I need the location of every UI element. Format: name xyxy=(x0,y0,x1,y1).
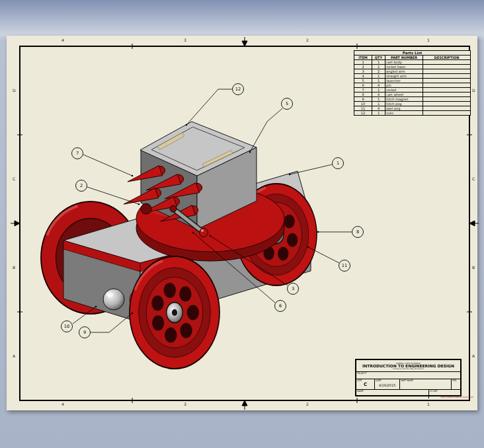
title-block-header: HOWELL HIGH SCHOOLS INTRODUCTION TO ENGI… xyxy=(356,360,460,372)
parts-list-cell: launcher xyxy=(385,79,423,83)
part-name-cell: PART NAME xyxy=(400,379,452,389)
parts-list-row: 91hitch magnet xyxy=(354,97,471,102)
cart-wheel-front-left xyxy=(130,256,220,369)
parts-list-cell: 1 xyxy=(372,74,385,79)
hitch-magnet xyxy=(103,289,124,310)
balloon-1[interactable]: 1 xyxy=(289,158,344,176)
parts-list-row: 41straight arm xyxy=(354,74,471,79)
score-label: SCORE xyxy=(430,390,437,392)
parts-list-header: PART NUMBER xyxy=(385,56,423,60)
parts-list-cell: 1 xyxy=(372,60,385,65)
size-value: C xyxy=(356,382,374,387)
parts-list-table[interactable]: Parts ListITEMQTYPART NUMBERDESCRIPTION1… xyxy=(354,50,471,116)
parts-list-cell xyxy=(423,102,471,106)
parts-list-cell xyxy=(423,65,471,69)
parts-list-row: 21rocket base xyxy=(354,65,471,69)
parts-list-cell: 9 xyxy=(354,97,372,102)
pin-upper xyxy=(170,205,177,212)
project-row: PROJECT xyxy=(356,372,460,379)
title-block[interactable]: HOWELL HIGH SCHOOLS INTRODUCTION TO ENGI… xyxy=(355,359,462,396)
balloon-number: 8 xyxy=(356,229,359,235)
parts-list-header: ITEM xyxy=(354,56,372,60)
parts-list-cell xyxy=(423,88,471,93)
per-label: PER xyxy=(452,379,456,381)
balloon-8[interactable]: 8 xyxy=(317,227,364,238)
sheet-subtitle: A Project Lead The Way (R) School xyxy=(385,368,432,369)
parts-list-cell xyxy=(423,111,471,116)
parts-list-cell: straight arm xyxy=(385,74,423,79)
parts-list-cell: hitch peg xyxy=(385,102,423,106)
part-name-label: PART NAME xyxy=(401,379,413,381)
parts-list-cell: 1 xyxy=(372,65,385,69)
pin-highlight xyxy=(201,229,204,232)
parts-list-cell xyxy=(423,69,471,74)
parts-list-cell xyxy=(423,79,471,83)
parts-list-cell: 4 xyxy=(354,74,372,79)
parts-list-cell: 1 xyxy=(372,97,385,102)
parts-list-cell: rocket base xyxy=(385,65,423,69)
parts-list-cell xyxy=(423,106,471,111)
size-cell: SIZE C xyxy=(356,379,375,389)
parts-list-row: 101hitch peg xyxy=(354,102,471,106)
parts-list-row: 32angled arm xyxy=(354,69,471,74)
school-name: HOWELL HIGH SCHOOLS xyxy=(382,363,434,365)
parts-list-header: DESCRIPTION xyxy=(423,56,471,60)
size-row: SIZE C DATE 4/16/2015 PART NAME PER xyxy=(356,379,460,390)
parts-list-cell: 4 xyxy=(372,106,385,111)
pin-lower xyxy=(200,229,208,237)
size-label: SIZE xyxy=(357,379,362,381)
parts-list-cell: 1 xyxy=(372,79,385,83)
parts-list-cell: 2 xyxy=(354,65,372,69)
parts-list-cell: 6 xyxy=(354,83,372,88)
balloon-number: 12 xyxy=(235,87,241,92)
parts-list-cell: 7 xyxy=(354,88,372,93)
balloon-number: 10 xyxy=(64,324,69,329)
parts-list-cell: angled arm xyxy=(385,69,423,74)
parts-list-cell: 8 xyxy=(354,93,372,97)
parts-list-header: QTY xyxy=(372,56,385,60)
school-url: http://www.howellschools.com xyxy=(440,396,469,398)
balloon-11[interactable]: 11 xyxy=(307,246,350,272)
balloon-12[interactable]: 12 xyxy=(186,84,244,126)
balloon-number: 2 xyxy=(80,183,83,188)
parts-list-cell: cart body xyxy=(385,60,423,65)
balloon-7[interactable]: 7 xyxy=(72,148,134,177)
parts-list-cell: nuts xyxy=(385,111,423,116)
cad-viewport[interactable]: 43214321DCBADCBA xyxy=(0,0,484,448)
parts-list-cell: 12 xyxy=(354,111,372,116)
parts-list-row: 71rocket xyxy=(354,88,471,93)
parts-list-cell xyxy=(423,97,471,102)
parts-list-cell xyxy=(423,74,471,79)
parts-list-row: 11cart body xyxy=(354,60,471,65)
parts-list-cell: 1 xyxy=(354,60,372,65)
parts-list-row: 84cart wheel xyxy=(354,93,471,97)
parts-list-cell: 1 xyxy=(372,111,385,116)
balloon-number: 7 xyxy=(76,151,79,156)
parts-list-cell: cart wheel xyxy=(385,93,423,97)
parts-list-title: Parts List xyxy=(354,51,471,56)
balloon-number: 1 xyxy=(337,161,339,166)
parts-list-cell: axel peg xyxy=(385,106,423,111)
parts-list-cell xyxy=(423,83,471,88)
parts-list-cell: pin xyxy=(385,83,423,88)
parts-list-cell: 2 xyxy=(372,69,385,74)
parts-list-row: 114axel peg xyxy=(354,106,471,111)
balloon-number: 11 xyxy=(342,263,347,268)
parts-list-cell: rocket xyxy=(385,88,423,93)
balloon-number: 9 xyxy=(83,330,86,335)
parts-list-cell: 3 xyxy=(354,69,372,74)
name-cell: NAME xyxy=(356,390,429,398)
date-label: DATE xyxy=(376,379,382,381)
parts-list-row: 64pin xyxy=(354,83,471,88)
parts-list-cell: 4 xyxy=(372,93,385,97)
parts-list-cell: hitch magnet xyxy=(385,97,423,102)
parts-list-cell: 1 xyxy=(372,88,385,93)
per-cell: PER xyxy=(452,379,460,389)
parts-list-row: 121nuts xyxy=(354,111,471,116)
balloon-5[interactable]: 5 xyxy=(249,98,293,153)
balloon-number: 5 xyxy=(286,101,288,106)
parts-list-cell: 11 xyxy=(354,106,372,111)
balloon-number: 6 xyxy=(279,303,282,309)
parts-list-cell: 5 xyxy=(354,79,372,83)
parts-list-row: 51launcher xyxy=(354,79,471,83)
